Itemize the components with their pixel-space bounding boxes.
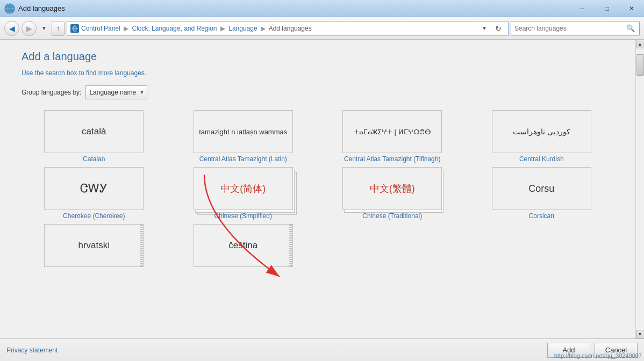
nav-bar: ◀ ▶ ▼ ↑ Control Panel ▶ Clock, Language,… bbox=[0, 17, 644, 40]
lang-tile-chinese-traditional[interactable]: 中文(繁體) bbox=[342, 167, 442, 210]
lang-grid: català Catalan tamazight n iatlașn wamma… bbox=[22, 110, 614, 271]
lang-tile-chinese-simplified[interactable]: 中文(简体) bbox=[194, 167, 293, 210]
back-button[interactable]: ◀ bbox=[4, 21, 19, 36]
address-dropdown-button[interactable]: ▼ bbox=[479, 22, 490, 35]
lang-label-corsican: Corsican bbox=[529, 212, 554, 220]
group-by-select[interactable]: Language name Script bbox=[85, 85, 147, 99]
search-button[interactable]: 🔍 bbox=[625, 23, 636, 34]
lang-tile-central-kurdish[interactable]: كوردیی ناوهراست bbox=[492, 110, 591, 153]
window-title: Add languages bbox=[18, 4, 65, 12]
lang-label-catalan: Catalan bbox=[83, 155, 105, 163]
breadcrumb-current: Add languages bbox=[269, 25, 312, 32]
title-bar: Add languages ─ □ ✕ bbox=[0, 0, 644, 17]
breadcrumb-control-panel[interactable]: Control Panel bbox=[81, 25, 120, 32]
main-area: Add a language Use the search box to fin… bbox=[0, 40, 644, 338]
address-breadcrumb: Control Panel ▶ Clock, Language, and Reg… bbox=[81, 25, 477, 32]
lang-label-central-kurdish: Central Kurdish bbox=[519, 155, 564, 163]
watermark-text: http://blog.csdn.net/qq_30249007 bbox=[554, 352, 642, 359]
scroll-thumb[interactable] bbox=[636, 54, 644, 76]
list-item[interactable]: 中文(简体) Chinese (Simplified) bbox=[171, 167, 316, 222]
scroll-track[interactable] bbox=[636, 48, 645, 330]
group-by-wrapper: Language name Script bbox=[85, 85, 147, 99]
lang-tile-central-atlas-tifinagh[interactable]: ⵜⴰⵎⴰⵣⵉⵖⵜ | ⵍⵎⵖⵔⴻⴱ bbox=[342, 110, 442, 153]
close-button[interactable]: ✕ bbox=[619, 0, 644, 17]
window-controls: ─ □ ✕ bbox=[570, 0, 644, 17]
lang-tile-corsican[interactable]: Corsu bbox=[492, 167, 591, 210]
title-bar-left: Add languages bbox=[4, 3, 65, 14]
address-bar: Control Panel ▶ Clock, Language, and Reg… bbox=[67, 21, 509, 36]
page-subtitle: Use the search box to find more language… bbox=[22, 69, 614, 77]
forward-button[interactable]: ▶ bbox=[22, 21, 37, 36]
list-item[interactable]: tamazight n iatlașn wammas Central Atlas… bbox=[171, 110, 316, 165]
list-item[interactable]: كوردیی ناوهراست Central Kurdish bbox=[469, 110, 614, 165]
minimize-button[interactable]: ─ bbox=[570, 0, 595, 17]
list-item[interactable]: ⵜⴰⵎⴰⵣⵉⵖⵜ | ⵍⵎⵖⵔⴻⴱ Central Atlas Tamazigh… bbox=[320, 110, 465, 165]
refresh-button[interactable]: ↻ bbox=[492, 22, 505, 35]
status-bar: Privacy statement Add Cancel bbox=[0, 338, 644, 361]
lang-label-chinese-simplified: Chinese (Simplified) bbox=[214, 212, 272, 220]
page-title: Add a language bbox=[22, 50, 614, 63]
address-icon bbox=[70, 24, 79, 33]
list-item[interactable]: català Catalan bbox=[22, 110, 167, 165]
content-area: Add a language Use the search box to fin… bbox=[0, 40, 635, 338]
nav-dropdown-button[interactable]: ▼ bbox=[39, 21, 49, 36]
up-button[interactable]: ↑ bbox=[52, 21, 65, 36]
scrollbar[interactable]: ▲ ▼ bbox=[635, 40, 644, 338]
list-item[interactable]: ᏣᎳᎩ Cherokee (Cherokee) bbox=[22, 167, 167, 222]
lang-tile-czech[interactable]: čeština bbox=[194, 224, 293, 267]
window-icon bbox=[4, 3, 15, 14]
lang-label-central-atlas-tifinagh: Central Atlas Tamazight (Tifinagh) bbox=[344, 155, 440, 163]
maximize-button[interactable]: □ bbox=[595, 0, 619, 17]
lang-grid-container: català Catalan tamazight n iatlașn wamma… bbox=[22, 110, 614, 271]
list-item[interactable]: Corsu Corsican bbox=[469, 167, 614, 222]
scroll-down-button[interactable]: ▼ bbox=[636, 330, 645, 338]
lang-tile-croatian[interactable]: hrvatski bbox=[44, 224, 144, 267]
scroll-up-button[interactable]: ▲ bbox=[636, 40, 645, 48]
group-by-row: Group languages by: Language name Script bbox=[22, 85, 614, 99]
list-item[interactable]: 中文(繁體) Chinese (Traditional) bbox=[320, 167, 465, 222]
lang-label-central-atlas-latin: Central Atlas Tamazight (Latin) bbox=[199, 155, 287, 163]
lang-tile-catalan[interactable]: català bbox=[44, 110, 144, 153]
breadcrumb-language[interactable]: Language bbox=[228, 25, 257, 32]
lang-label-cherokee: Cherokee (Cherokee) bbox=[63, 212, 125, 220]
breadcrumb-clock[interactable]: Clock, Language, and Region bbox=[132, 25, 217, 32]
lang-label-chinese-traditional: Chinese (Traditional) bbox=[362, 212, 422, 220]
list-item[interactable]: čeština bbox=[171, 224, 316, 271]
list-item[interactable]: hrvatski bbox=[22, 224, 167, 271]
search-box[interactable]: 🔍 bbox=[511, 21, 640, 36]
lang-tile-central-atlas-latin[interactable]: tamazight n iatlașn wammas bbox=[194, 110, 293, 153]
privacy-link[interactable]: Privacy statement bbox=[6, 346, 58, 354]
group-by-label: Group languages by: bbox=[22, 89, 81, 96]
lang-tile-cherokee[interactable]: ᏣᎳᎩ bbox=[44, 167, 144, 210]
search-input[interactable] bbox=[514, 25, 623, 32]
